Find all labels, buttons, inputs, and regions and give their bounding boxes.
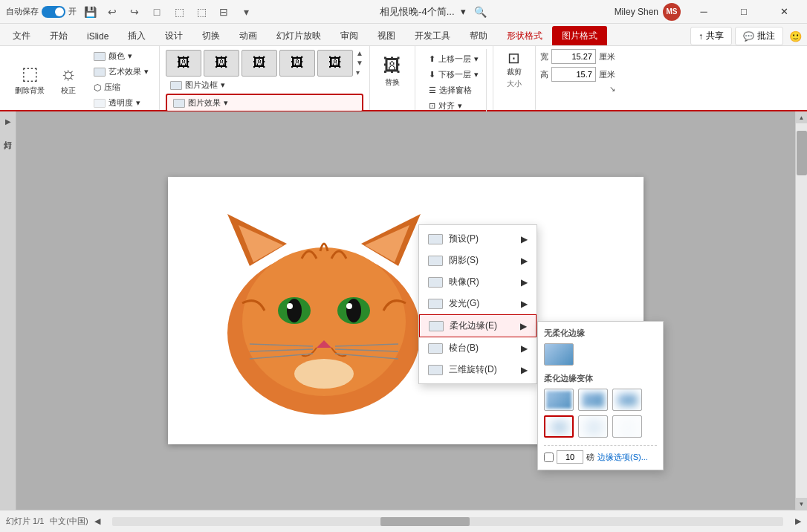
submenu-divider xyxy=(544,445,657,446)
size-expand-icon[interactable]: ↘ xyxy=(540,85,615,93)
edge-thumb-1[interactable] xyxy=(544,389,574,411)
tab-home[interactable]: 开始 xyxy=(40,26,77,45)
style-thumb-1[interactable]: 🖼 xyxy=(166,50,201,77)
edge-value-input[interactable] xyxy=(557,450,583,464)
scroll-down-button[interactable]: ▼ xyxy=(796,498,808,510)
edge-thumb-2[interactable] xyxy=(578,389,608,411)
calibrate-label: 校正 xyxy=(61,85,76,96)
remove-bg-label: 删除背景 xyxy=(15,85,45,96)
3d-rotation-label: 三维旋转(D) xyxy=(449,363,497,376)
height-input[interactable] xyxy=(551,67,596,82)
paste-button[interactable]: ⬚ xyxy=(192,3,210,21)
remove-bg-button[interactable]: ⬚ 删除背景 xyxy=(12,57,48,102)
edge-thumb-6[interactable] xyxy=(612,415,642,438)
redo-button[interactable]: ↪ xyxy=(126,3,143,21)
style-thumb-3[interactable]: 🖼 xyxy=(242,50,277,77)
calibrate-button[interactable]: ☼ 校正 xyxy=(51,57,86,102)
style-scroll-down[interactable]: ▼ xyxy=(356,59,363,67)
variant-title: 柔化边缘变体 xyxy=(544,373,657,384)
left-sidebar[interactable]: ▶ 幻灯片 xyxy=(0,111,16,510)
search-button[interactable]: 🔍 xyxy=(472,3,490,21)
close-button[interactable]: ✕ xyxy=(767,0,801,24)
bottom-scroll-left[interactable]: ◀ xyxy=(94,516,100,526)
soft-edge-item[interactable]: 柔化边缘(E) ▶ xyxy=(419,314,537,337)
title-dropdown-icon[interactable]: ▾ xyxy=(461,6,466,17)
scroll-thumb[interactable] xyxy=(797,131,807,175)
emoji-button[interactable]: 🙂 xyxy=(786,27,804,45)
bevel-item[interactable]: 棱台(B) ▶ xyxy=(419,337,537,359)
bottom-scroll-right[interactable]: ▶ xyxy=(795,516,801,526)
tab-devtools[interactable]: 开发工具 xyxy=(405,26,460,45)
bottom-scrollbar[interactable] xyxy=(112,517,783,526)
tab-islide[interactable]: iSlide xyxy=(77,26,118,45)
width-input[interactable] xyxy=(551,49,596,64)
edge-options-link[interactable]: 边缘选项(S)... xyxy=(597,452,648,463)
style-scroll-up[interactable]: ▲ xyxy=(356,49,363,57)
arrange-sub: ⬆ 上移一层 ▾ ⬇ 下移一层 ▾ ☰ 选择窗格 ⊡ 对齐 ▾ xyxy=(421,49,487,116)
replace-button[interactable]: 🖼 替换 xyxy=(375,49,410,94)
tab-design[interactable]: 设计 xyxy=(155,26,192,45)
tab-picture-format[interactable]: 图片格式 xyxy=(552,26,607,45)
tab-slideshow[interactable]: 幻灯片放映 xyxy=(267,26,331,45)
color-button[interactable]: 颜色 ▾ xyxy=(89,49,153,63)
tab-view[interactable]: 视图 xyxy=(368,26,405,45)
reflection-arrow: ▶ xyxy=(521,277,528,288)
transparency-button[interactable]: 透明度 ▾ xyxy=(89,96,153,110)
comment-button[interactable]: 💬 批注 xyxy=(735,27,783,45)
maximize-button[interactable]: □ xyxy=(727,0,761,24)
edge-thumb-5[interactable] xyxy=(578,415,608,438)
style-more[interactable]: ▾ xyxy=(356,68,363,77)
glow-item[interactable]: 发光(G) ▶ xyxy=(419,293,537,314)
edge-checkbox[interactable] xyxy=(544,452,554,462)
sidebar-toggle-arrow[interactable]: ▶ xyxy=(5,117,11,126)
more-tools-button[interactable]: □ xyxy=(148,3,166,21)
select-pane-button[interactable]: ☰ 选择窗格 xyxy=(426,83,482,97)
color-icon xyxy=(94,52,106,61)
up-layer-button[interactable]: ⬆ 上移一层 ▾ xyxy=(426,52,482,66)
svg-point-9 xyxy=(346,299,361,322)
3d-rotation-arrow: ▶ xyxy=(521,365,528,375)
preset-item[interactable]: 预设(P) ▶ xyxy=(419,228,537,250)
autosave-switch[interactable] xyxy=(42,6,65,18)
tab-help[interactable]: 帮助 xyxy=(460,26,497,45)
transparency-dropdown-icon: ▾ xyxy=(136,98,140,108)
art-effect-button[interactable]: 艺术效果 ▾ xyxy=(89,65,153,79)
no-edge-thumb[interactable] xyxy=(544,343,574,366)
tab-shape-format[interactable]: 形状格式 xyxy=(497,26,552,45)
3d-rotation-icon xyxy=(428,365,443,375)
edge-thumb-4[interactable] xyxy=(544,415,574,438)
pic-styles-content: 🖼 🖼 🖼 🖼 🖼 ▲ ▼ ▾ xyxy=(166,49,363,77)
pic-frame-button[interactable]: 图片边框 ▾ xyxy=(166,78,363,92)
copy-button[interactable]: ⬚ xyxy=(170,3,188,21)
edge-input-row: 磅 边缘选项(S)... xyxy=(544,450,657,464)
style-thumb-5[interactable]: 🖼 xyxy=(317,50,353,77)
tab-animation[interactable]: 动画 xyxy=(230,26,267,45)
shadow-arrow: ▶ xyxy=(521,256,528,266)
edge-thumb-3[interactable] xyxy=(612,389,642,411)
svg-point-8 xyxy=(287,299,302,322)
tab-file[interactable]: 文件 xyxy=(3,26,40,45)
pic-effect-button[interactable]: 图片效果 ▾ xyxy=(166,94,363,112)
crop-button[interactable]: ⊡ 裁剪 xyxy=(498,49,531,77)
no-edge-row xyxy=(544,343,657,366)
minimize-button[interactable]: ─ xyxy=(687,0,721,24)
tab-review[interactable]: 审阅 xyxy=(331,26,368,45)
save-button[interactable]: 💾 xyxy=(81,3,99,21)
down-layer-button[interactable]: ⬇ 下移一层 ▾ xyxy=(426,68,482,82)
scroll-up-button[interactable]: ▲ xyxy=(796,111,808,123)
style-thumb-4[interactable]: 🖼 xyxy=(279,50,315,77)
tab-insert[interactable]: 插入 xyxy=(118,26,155,45)
reflection-item[interactable]: 映像(R) ▶ xyxy=(419,271,537,293)
style-thumb-2[interactable]: 🖼 xyxy=(204,50,239,77)
tools-more-button[interactable]: ⊟ xyxy=(215,3,233,21)
shadow-item[interactable]: 阴影(S) ▶ xyxy=(419,250,537,271)
3d-rotation-item[interactable]: 三维旋转(D) ▶ xyxy=(419,359,537,380)
slide-info: 幻灯片 1/1 xyxy=(6,516,44,527)
undo-button[interactable]: ↩ xyxy=(103,3,121,21)
tab-transition[interactable]: 切换 xyxy=(192,26,230,45)
compress-button[interactable]: ⬡ 压缩 xyxy=(89,80,153,94)
bottom-scroll-thumb[interactable] xyxy=(380,517,470,526)
more-button[interactable]: ▾ xyxy=(237,3,255,21)
comment-icon: 💬 xyxy=(743,31,754,42)
share-button[interactable]: ↑ 共享 xyxy=(690,27,732,45)
